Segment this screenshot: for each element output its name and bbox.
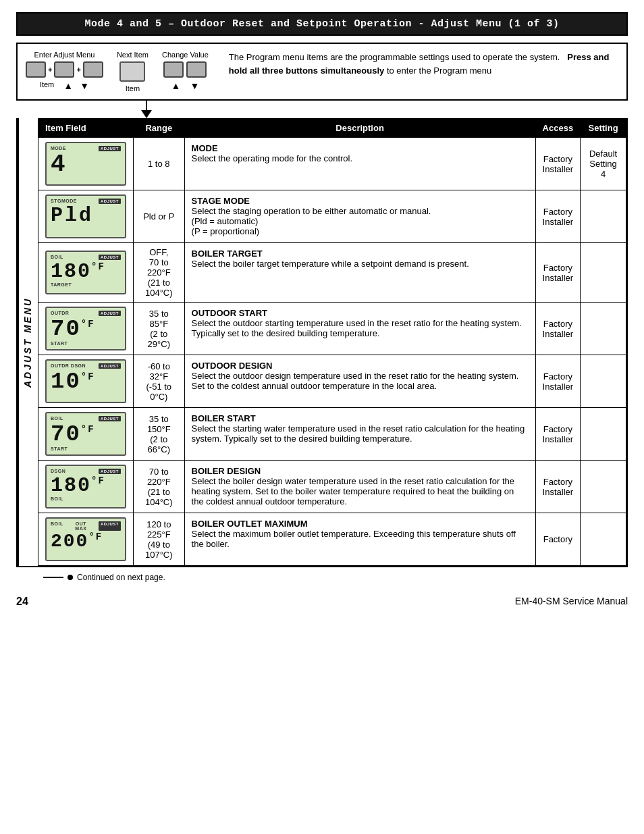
range-boildsgn: 70 to 220°F(21 to 104°C) xyxy=(134,461,185,513)
lcd-deg-f-4: °F xyxy=(81,424,95,435)
table-header-row: Item Field Range Description Access Sett… xyxy=(38,119,626,138)
table-row: OUTDR DSGN ADJUST 10°F -60 to 32°F(-51 t… xyxy=(38,355,626,408)
sidebar-label: ADJUST MENU xyxy=(18,118,38,566)
lcd-deg-f-2: °F xyxy=(81,319,95,330)
lcd-target-label: TARGET xyxy=(51,282,72,287)
lcd-start-label-1: START xyxy=(51,341,68,346)
access-boilstart: FactoryInstaller xyxy=(535,408,581,461)
lcd-mode-value: 4 xyxy=(51,153,67,177)
change-btn-2[interactable] xyxy=(186,61,207,78)
range-stgmode: Pld or P xyxy=(134,190,185,243)
page-title: Mode 4 and 5 – Outdoor Reset and Setpoin… xyxy=(16,12,628,36)
desc-body-boilstart: Select the starting water temperature us… xyxy=(192,423,525,444)
setting-outdrstart xyxy=(581,303,626,355)
lcd-adjust-tag-2: ADJUST xyxy=(99,199,121,204)
table-row: OUTDR ADJUST 70°F START 35 to 85°F(2 to … xyxy=(38,303,626,355)
enter-btn-3[interactable] xyxy=(83,61,103,78)
access-outdrstart: FactoryInstaller xyxy=(535,303,581,355)
lcd-adjust-tag-5: ADJUST xyxy=(99,363,121,369)
setting-boiltarget xyxy=(581,243,626,303)
item-field-boilstart: BOIL ADJUST 70°F START xyxy=(38,408,134,461)
lcd-stgmode-value: Pld xyxy=(51,205,93,226)
lcd-boiloutmax: BOIL OUTMAX ADJUST 200°F xyxy=(45,517,126,561)
lcd-boilstart-value: 70°F xyxy=(51,423,95,446)
range-mode: 1 to 8 xyxy=(134,138,185,190)
lcd-boil-label-3: BOIL xyxy=(51,521,63,531)
lcd-start-label-2: START xyxy=(51,446,68,451)
lcd-stgmode-label: STGMODE xyxy=(51,199,77,204)
setting-boildsgn xyxy=(581,461,626,513)
setting-outdrdsgn xyxy=(581,355,626,408)
desc-outdrstart: OUTDOOR START Select the outdoor startin… xyxy=(184,303,535,355)
th-access: Access xyxy=(535,119,581,138)
desc-heading-mode: MODE xyxy=(192,143,218,153)
desc-boildsgn: BOILER DESIGN Select the boiler design w… xyxy=(184,461,535,513)
desc-body-boiloutmax: Select the maximum boiler outlet tempera… xyxy=(192,529,516,549)
item-field-boildsgn: DSGN ADJUST 180°F BOIL xyxy=(38,461,134,513)
range-boilstart: 35 to 150°F(2 to 66°C) xyxy=(134,408,185,461)
next-item-btn[interactable] xyxy=(119,61,145,82)
plus-2: + xyxy=(76,66,80,74)
lcd-stgmode: STGMODE ADJUST Pld xyxy=(45,194,126,238)
desc-boiloutmax: BOILER OUTLET MAXIMUM Select the maximum… xyxy=(184,513,535,566)
item-labels: Item ▲ ▼ xyxy=(40,80,89,91)
change-btn-1[interactable] xyxy=(163,61,184,78)
page-footer: 24 EM-40-SM Service Manual xyxy=(16,596,628,608)
desc-heading-boiltarget: BOILER TARGET xyxy=(192,249,263,259)
page-number: 24 xyxy=(16,596,28,608)
desc-mode: MODE Select the operating mode for the c… xyxy=(184,138,535,190)
arrow-up-2: ▲ xyxy=(171,80,181,91)
item-label-1: Item xyxy=(40,80,54,91)
access-stgmode: FactoryInstaller xyxy=(535,190,581,243)
desc-heading-boilstart: BOILER START xyxy=(192,413,256,423)
lcd-stgmode-top: STGMODE ADJUST xyxy=(51,199,121,204)
main-content: ADJUST MENU Item Field Range Description… xyxy=(16,118,628,567)
lcd-outdrdsgn: OUTDR DSGN ADJUST 10°F xyxy=(45,359,126,403)
lcd-boilstart: BOIL ADJUST 70°F START xyxy=(45,412,126,456)
lcd-boiltarget: BOIL ADJUST 180°F TARGET xyxy=(45,251,126,294)
desc-body-boildsgn: Select the boiler design water temperatu… xyxy=(192,476,514,506)
desc-heading-outdrdsgn: OUTDOOR DESIGN xyxy=(192,361,273,371)
data-table: Item Field Range Description Access Sett… xyxy=(38,118,626,566)
setting-boilstart xyxy=(581,408,626,461)
lcd-outdrstart: OUTDR ADJUST 70°F START xyxy=(45,307,126,350)
access-boiltarget: FactoryInstaller xyxy=(535,243,581,303)
range-outdrstart: 35 to 85°F(2 to 29°C) xyxy=(134,303,185,355)
lcd-outdrstart-value: 70°F xyxy=(51,317,95,340)
lcd-boilstart-top: BOIL ADJUST xyxy=(51,416,121,421)
footer-area: Continued on next page. 24 EM-40-SM Serv… xyxy=(16,573,628,608)
lcd-adjust-tag-1: ADJUST xyxy=(99,146,121,151)
access-outdrdsgn: FactoryInstaller xyxy=(535,355,581,408)
setting-stgmode xyxy=(581,190,626,243)
table-row: BOIL ADJUST 180°F TARGET OFF,70 to 220°F… xyxy=(38,243,626,303)
lcd-mode: MODE ADJUST 4 xyxy=(45,142,126,186)
th-item-field: Item Field xyxy=(38,119,134,138)
desc-body-mode: Select the operating mode for the contro… xyxy=(192,153,352,163)
desc-body-stgmode: Select the staging operation to be eithe… xyxy=(192,206,431,236)
access-mode: FactoryInstaller xyxy=(535,138,581,190)
access-boiloutmax: Factory xyxy=(535,513,581,566)
th-description: Description xyxy=(184,119,535,138)
lcd-adjust-tag-6: ADJUST xyxy=(99,416,121,421)
arrow-down-1: ▼ xyxy=(80,80,89,91)
arrow-up-1: ▲ xyxy=(63,80,73,91)
enter-btn-1[interactable] xyxy=(26,61,46,78)
lcd-outdrdsgn-top: OUTDR DSGN ADJUST xyxy=(51,363,121,369)
range-boiltarget: OFF,70 to 220°F(21 to 104°C) xyxy=(134,243,185,303)
lcd-adjust-tag-4: ADJUST xyxy=(99,311,121,316)
lcd-deg-f-5: °F xyxy=(91,475,105,486)
desc-heading-outdrstart: OUTDOOR START xyxy=(192,308,267,318)
enter-btn-2[interactable] xyxy=(54,61,74,78)
lcd-deg-f-6: °F xyxy=(88,531,103,542)
table-row: BOIL ADJUST 70°F START 35 to 150°F(2 to … xyxy=(38,408,626,461)
change-label: Change Value xyxy=(162,51,209,59)
desc-body-outdrstart: Select the outdoor starting temperature … xyxy=(192,318,522,338)
change-value-group: Change Value ▲ ▼ xyxy=(162,51,209,91)
continued-dash xyxy=(43,577,63,578)
next-label: Next Item xyxy=(117,51,149,59)
enter-adjust-menu-group: Enter Adjust Menu + + Item ▲ ▼ xyxy=(26,51,103,91)
controls-description: The Program menu items are the programma… xyxy=(209,51,618,77)
change-arrows: ▲ ▼ xyxy=(171,80,200,91)
lcd-out-max-label: OUTMAX xyxy=(75,521,86,531)
next-btn-container xyxy=(119,61,145,82)
